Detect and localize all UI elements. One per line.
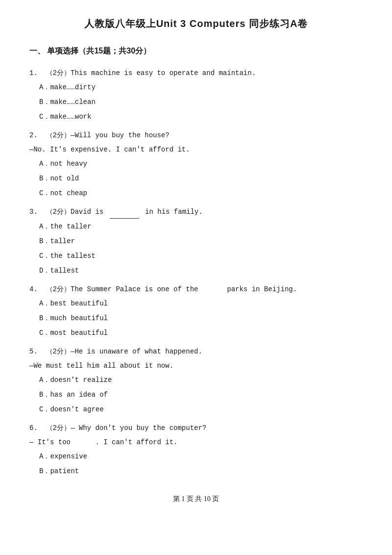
question-5: 5. （2分）—He is unaware of what happened. … [29,345,363,416]
question-5-stem2: —We must tell him all about it now. [29,359,363,372]
section1-header: 一、 单项选择（共15题；共30分） [29,44,363,58]
question-2-stem: 2. （2分）—Will you buy the house? [29,128,363,142]
question-2-optC: C．not cheap [39,186,363,200]
question-4-optB: B．much beautiful [39,311,363,325]
question-4: 4. （2分）The Summer Palace is one of the p… [29,282,363,340]
question-3-optC: C．the tallest [39,249,363,263]
question-1-optB: B．make……clean [39,95,363,109]
page-footer: 第 1 页 共 10 页 [29,493,363,505]
question-6: 6. （2分）— Why don't you buy the computer?… [29,421,363,478]
question-3-optB: B．taller [39,234,363,248]
question-2-stem2: —No. It's expensive. I can't afford it. [29,143,363,156]
question-1-optC: C．make……work [39,110,363,124]
question-3-optD: D．tallest [39,264,363,278]
question-5-optA: A．doesn't realize [39,373,363,387]
question-3: 3. （2分）David is in his family. A．the tal… [29,205,363,277]
question-5-optB: B．has an idea of [39,388,363,402]
question-2-optA: A．not heavy [39,157,363,171]
question-6-stem: 6. （2分）— Why don't you buy the computer? [29,421,363,434]
question-3-optA: A．the taller [39,220,363,233]
question-6-optB: B．patient [39,464,363,478]
page-title: 人教版八年级上Unit 3 Computers 同步练习A卷 [29,15,363,32]
question-2: 2. （2分）—Will you buy the house? —No. It'… [29,128,363,200]
question-3-stem: 3. （2分）David is in his family. [29,205,363,218]
question-1-stem: 1. （2分）This machine is easy to operate a… [29,66,363,79]
question-6-stem2: — It's too . I can't afford it. [29,435,363,449]
question-2-optB: B．not old [39,172,363,185]
question-4-optC: C．most beautiful [39,326,363,340]
question-6-optA: A．expensive [39,450,363,463]
question-4-stem: 4. （2分）The Summer Palace is one of the p… [29,282,363,296]
question-1: 1. （2分）This machine is easy to operate a… [29,66,363,124]
question-4-optA: A．best beautiful [39,297,363,310]
question-5-stem: 5. （2分）—He is unaware of what happened. [29,345,363,358]
question-1-optA: A．make……dirty [39,80,363,94]
question-5-optC: C．doesn't agree [39,403,363,416]
